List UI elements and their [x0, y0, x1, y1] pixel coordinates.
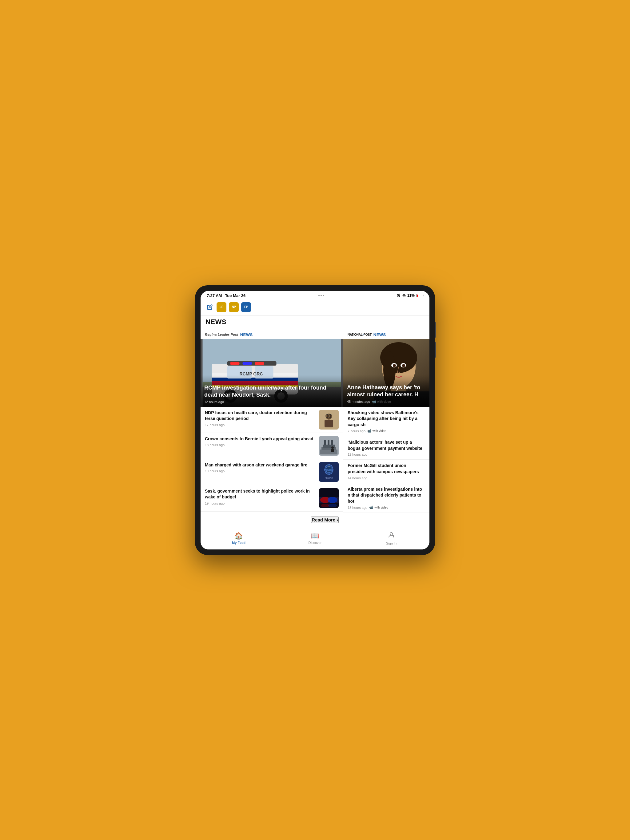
volume-button: [435, 322, 436, 338]
dot2: [321, 295, 322, 296]
left-hero-image[interactable]: RCMP GRC Canada: [201, 339, 343, 407]
article-time: 7 hours ago: [348, 429, 366, 433]
left-hero-overlay: RCMP investigation underway after four f…: [201, 375, 343, 407]
list-item[interactable]: Alberta promises investigations into n t…: [343, 483, 429, 513]
nav-item-discover[interactable]: 📖 Discover: [277, 532, 353, 545]
battery-percent: 11%: [407, 293, 415, 298]
home-icon: 🏠: [234, 532, 243, 540]
right-hero-overlay: Anne Hathaway says her 'to almost ruined…: [343, 375, 429, 407]
article-text: Alberta promises investigations into n t…: [348, 486, 425, 510]
article-time: 18 hours ago: [205, 443, 316, 447]
article-time: 17 hours ago: [205, 423, 316, 427]
article-title: Shocking video shows Baltimore's Key col…: [348, 410, 425, 428]
nav-label-sign-in: Sign In: [386, 542, 397, 545]
device-screen: 7:27 AM Tue Mar 26 ⌘ ◎ 11%: [201, 291, 429, 549]
article-text: Crown consents to Bernie Lynch appeal go…: [205, 436, 316, 447]
read-more-button[interactable]: Read More ›: [311, 516, 339, 523]
left-hero-time: 12 hours ago: [204, 400, 339, 404]
right-pub-header: NATIONAL•POST NEWS: [343, 329, 429, 339]
chevron-right-icon: ›: [337, 517, 338, 523]
battery-icon: [416, 294, 423, 297]
svg-point-38: [331, 447, 334, 449]
svg-rect-37: [331, 440, 333, 445]
article-text: 'Malicious actors' have set up a bogus g…: [348, 439, 425, 456]
article-time: 19 hours ago: [205, 469, 316, 473]
status-left: 7:27 AM Tue Mar 26: [207, 293, 245, 298]
article-thumb: [319, 410, 339, 429]
article-thumb: [319, 436, 339, 456]
list-item[interactable]: Shocking video shows Baltimore's Key col…: [343, 407, 429, 437]
article-text: Former McGill student union presiden wit…: [348, 463, 425, 480]
np-badge[interactable]: NP: [229, 302, 239, 312]
section-header: NEWS: [201, 316, 429, 329]
article-time: 19 hours ago: [205, 502, 316, 505]
article-text: NDP focus on health care, doctor retenti…: [205, 410, 316, 427]
article-text: Sask. government seeks to highlight poli…: [205, 488, 316, 505]
status-time: 7:27 AM: [207, 293, 222, 298]
nav-item-my-feed[interactable]: 🏠 My Feed: [201, 532, 277, 545]
list-item[interactable]: NDP focus on health care, doctor retenti…: [201, 407, 343, 433]
book-icon: 📖: [311, 532, 319, 540]
battery-fill: [417, 295, 418, 297]
svg-point-49: [328, 497, 337, 503]
wifi-icon: ⌘: [397, 293, 400, 298]
status-bar: 7:27 AM Tue Mar 26 ⌘ ◎ 11%: [201, 291, 429, 300]
svg-text:REGINA: REGINA: [325, 477, 333, 479]
article-text: Man charged with arson after weekend gar…: [205, 462, 316, 473]
status-right: ⌘ ◎ 11%: [397, 293, 423, 298]
video-badge: 📹 with video: [367, 429, 386, 433]
svg-rect-39: [331, 449, 334, 452]
camera-icon: 📹: [367, 429, 372, 433]
right-hero-image[interactable]: Anne Hathaway says her 'to almost ruined…: [343, 339, 429, 407]
article-title: Alberta promises investigations into n t…: [348, 486, 425, 505]
list-item[interactable]: Former McGill student union presiden wit…: [343, 459, 429, 483]
nav-label-my-feed: My Feed: [232, 541, 245, 545]
svg-rect-36: [328, 440, 329, 445]
right-hero-time: 48 minutes ago: [347, 400, 370, 403]
right-hero-title: Anne Hathaway says her 'to almost ruined…: [347, 384, 426, 398]
read-more-row: Read More ›: [201, 511, 343, 528]
lp-badge[interactable]: LP: [217, 302, 226, 312]
article-title: Man charged with arson after weekend gar…: [205, 462, 316, 468]
svg-rect-35: [324, 440, 326, 445]
person-icon: [388, 531, 395, 540]
nav-item-sign-in[interactable]: Sign In: [353, 531, 429, 545]
list-item[interactable]: Sask. government seeks to highlight poli…: [201, 485, 343, 511]
svg-point-50: [321, 504, 329, 507]
fp-badge[interactable]: FP: [241, 302, 251, 312]
nav-label-discover: Discover: [309, 541, 322, 545]
power-button: [435, 342, 436, 358]
list-item[interactable]: Man charged with arson after weekend gar…: [201, 459, 343, 485]
list-item[interactable]: 'Malicious actors' have set up a bogus g…: [343, 436, 429, 459]
article-thumb: POLICE ★ REGINA: [319, 462, 339, 482]
article-text: Shocking video shows Baltimore's Key col…: [348, 410, 425, 433]
article-time: 18 hours ago: [348, 506, 367, 510]
list-item[interactable]: Crown consents to Bernie Lynch appeal go…: [201, 433, 343, 459]
svg-text:POLICE: POLICE: [324, 469, 334, 471]
article-title: Crown consents to Bernie Lynch appeal go…: [205, 436, 316, 442]
dot3: [323, 295, 324, 296]
svg-rect-27: [327, 418, 331, 418]
right-hero-video-badge: 📹 with video: [372, 400, 391, 404]
svg-point-25: [327, 415, 328, 417]
right-feed-column: NATIONAL•POST NEWS: [343, 329, 429, 528]
svg-point-63: [390, 532, 393, 535]
video-badge: 📹 with video: [369, 505, 388, 510]
app-header: LP NP FP: [201, 300, 429, 316]
edit-button[interactable]: [206, 303, 214, 311]
article-title: Sask. government seeks to highlight poli…: [205, 488, 316, 500]
location-icon: ◎: [402, 293, 405, 298]
status-dots: [318, 295, 324, 296]
right-pub-label: NEWS: [374, 332, 386, 337]
left-pub-name: Regina Leader-Post: [205, 333, 238, 336]
article-time: 12 hours ago: [348, 453, 425, 456]
camera-icon: 📹: [372, 400, 376, 404]
camera-icon: 📹: [369, 505, 374, 510]
svg-rect-24: [324, 420, 333, 427]
svg-point-51: [328, 504, 337, 507]
svg-point-26: [330, 415, 331, 417]
left-hero-title: RCMP investigation underway after four f…: [204, 384, 339, 399]
left-pub-header: Regina Leader-Post NEWS: [201, 329, 343, 339]
left-pub-label: NEWS: [240, 332, 253, 337]
device: 7:27 AM Tue Mar 26 ⌘ ◎ 11%: [195, 285, 435, 555]
